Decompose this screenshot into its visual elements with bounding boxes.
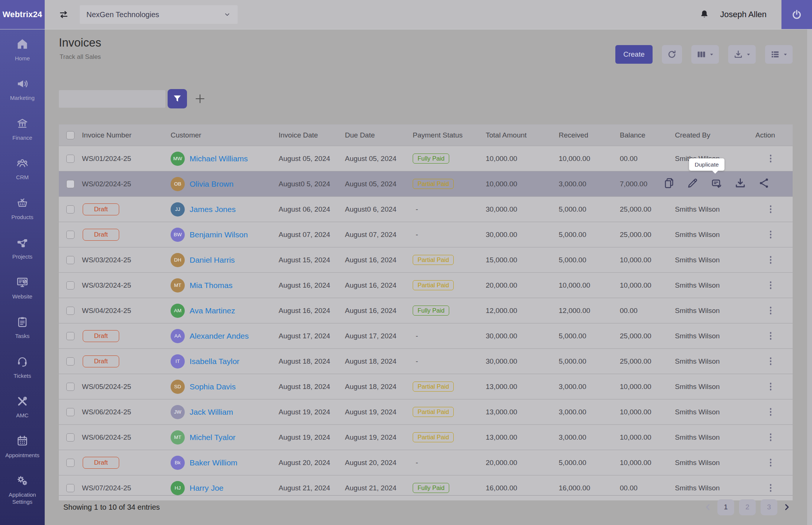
customer-link[interactable]: Mia Thomas: [190, 281, 232, 290]
pagination-page-1[interactable]: 1: [717, 499, 734, 515]
avatar: OB: [171, 177, 185, 191]
table-row[interactable]: Draft Bk Baker Williom August 20, 2024 A…: [59, 450, 793, 475]
sidebar-item-appointments[interactable]: Appointments: [0, 434, 45, 459]
filter-search-input[interactable]: [59, 90, 165, 108]
row-checkbox[interactable]: [66, 256, 74, 264]
logout-button[interactable]: [781, 0, 812, 29]
duplicate-icon[interactable]: [710, 177, 723, 192]
view-mode-button[interactable]: [765, 45, 793, 64]
sidebar-item-projects[interactable]: Projects: [0, 236, 45, 261]
table-row[interactable]: WS/02/2024-25 OB Olivia Brown August0 5,…: [59, 171, 793, 196]
pagination-page-2[interactable]: 2: [739, 499, 756, 515]
due-date: August 16, 2024: [345, 307, 413, 315]
sidebar-item-tasks[interactable]: Tasks: [0, 316, 45, 340]
row-checkbox[interactable]: [66, 180, 74, 188]
finance-icon: [16, 117, 29, 132]
table-row[interactable]: Draft AA Alexander Andes August 17, 2024…: [59, 323, 793, 348]
row-checkbox[interactable]: [66, 484, 74, 492]
vertical-scrollbar[interactable]: [807, 29, 812, 525]
pagination-next-icon[interactable]: [782, 503, 791, 512]
sidebar-item-crm[interactable]: CRM: [0, 157, 45, 181]
more-icon[interactable]: [769, 459, 773, 467]
download-icon[interactable]: [734, 177, 747, 192]
export-download-button[interactable]: [728, 45, 756, 64]
created-by: Smiths Wilson: [675, 332, 720, 340]
user-name[interactable]: Joseph Allen: [720, 10, 767, 19]
row-checkbox[interactable]: [66, 459, 74, 467]
row-checkbox[interactable]: [66, 332, 74, 340]
table-row[interactable]: Draft BW Benjamin Wilson August 07, 2024…: [59, 222, 793, 247]
more-icon[interactable]: [769, 332, 773, 340]
row-checkbox[interactable]: [66, 433, 74, 442]
pagination-page-3[interactable]: 3: [761, 499, 777, 515]
row-checkbox[interactable]: [66, 383, 74, 391]
customer-link[interactable]: James Jones: [190, 205, 236, 214]
more-icon[interactable]: [769, 231, 773, 238]
share-icon[interactable]: [758, 177, 771, 192]
table-row[interactable]: WS/03/2024-25 DH Daniel Harris August 15…: [59, 247, 793, 272]
row-checkbox[interactable]: [66, 408, 74, 416]
sidebar-item-home[interactable]: Home: [0, 38, 45, 62]
table-row[interactable]: WS/03/2024-25 MT Mia Thomas August 16, 2…: [59, 272, 793, 298]
table-row[interactable]: Draft JJ James Jones August 06, 2024 Aug…: [59, 196, 793, 222]
customer-link[interactable]: Alexander Andes: [190, 332, 249, 341]
customer-link[interactable]: Harry Joe: [190, 484, 223, 493]
copy-icon[interactable]: [662, 177, 675, 192]
columns-button[interactable]: [691, 45, 719, 64]
row-checkbox[interactable]: [66, 205, 74, 214]
row-checkbox[interactable]: [66, 357, 74, 366]
table-row[interactable]: Draft IT Isabella Taylor August 18, 2024…: [59, 348, 793, 374]
row-checkbox[interactable]: [66, 231, 74, 239]
customer-link[interactable]: Ava Martinez: [190, 306, 235, 315]
table-row[interactable]: WS/04/2024-25 AM Ava Martinez August 16,…: [59, 298, 793, 323]
customer-link[interactable]: Baker Williom: [190, 458, 237, 467]
sidebar-item-tickets[interactable]: Tickets: [0, 355, 45, 380]
more-icon[interactable]: [769, 484, 773, 492]
row-checkbox[interactable]: [66, 155, 74, 163]
customer-link[interactable]: Daniel Harris: [190, 256, 235, 265]
more-icon[interactable]: [769, 307, 773, 314]
customer-link[interactable]: Jack William: [190, 408, 233, 417]
refresh-button[interactable]: [662, 45, 682, 64]
filter-button[interactable]: [168, 89, 187, 108]
row-checkbox[interactable]: [66, 307, 74, 315]
customer-link[interactable]: Benjamin Wilson: [190, 230, 248, 239]
received-amount: 5,000.00: [559, 256, 620, 264]
select-all-checkbox[interactable]: [66, 131, 74, 139]
more-icon[interactable]: [769, 281, 773, 289]
sidebar-item-finance[interactable]: Finance: [0, 117, 45, 142]
invoice-number: WS/03/2024-25: [82, 281, 131, 289]
more-icon[interactable]: [769, 408, 773, 416]
table-row[interactable]: WS/01/2024-25 MW Michael Williams August…: [59, 146, 793, 171]
sidebar-item-website[interactable]: Website: [0, 276, 45, 300]
customer-link[interactable]: Michel Tyalor: [190, 433, 235, 442]
swap-company-icon[interactable]: [58, 9, 69, 20]
customer-link[interactable]: Michael Williams: [190, 154, 248, 163]
company-selector[interactable]: NexGen Technologies: [80, 5, 238, 24]
table-row[interactable]: WS/06/2024-25 MT Michel Tyalor August 19…: [59, 424, 793, 450]
more-icon[interactable]: [769, 155, 773, 162]
sidebar-item-products[interactable]: Products: [0, 196, 45, 221]
total-amount: 20,000.00: [486, 459, 559, 467]
more-icon[interactable]: [769, 433, 773, 441]
sidebar-item-application-settings[interactable]: Application Settings: [0, 474, 45, 506]
table-row[interactable]: WS/06/2024-25 JW Jack William August 19,…: [59, 399, 793, 424]
customer-link[interactable]: Sophia Davis: [190, 382, 236, 391]
create-button[interactable]: Create: [615, 45, 653, 64]
more-icon[interactable]: [769, 205, 773, 213]
customer-link[interactable]: Isabella Taylor: [190, 357, 240, 366]
table-row[interactable]: WS/05/2024-25 SD Sophia Davis August 18,…: [59, 374, 793, 399]
customer-link[interactable]: Olivia Brown: [190, 180, 234, 189]
more-icon[interactable]: [769, 357, 773, 365]
pagination-prev-icon[interactable]: [704, 503, 713, 512]
total-amount: 10,000.00: [486, 180, 559, 188]
sidebar-item-marketing[interactable]: Marketing: [0, 78, 45, 102]
notifications-bell-icon[interactable]: [699, 9, 710, 20]
row-checkbox[interactable]: [66, 281, 74, 290]
edit-icon[interactable]: [686, 177, 699, 192]
sidebar-item-amc[interactable]: AMC: [0, 395, 45, 420]
more-icon[interactable]: [769, 256, 773, 264]
more-icon[interactable]: [769, 383, 773, 390]
add-filter-icon[interactable]: [194, 92, 206, 105]
created-by: Smiths Wilson: [675, 459, 720, 467]
